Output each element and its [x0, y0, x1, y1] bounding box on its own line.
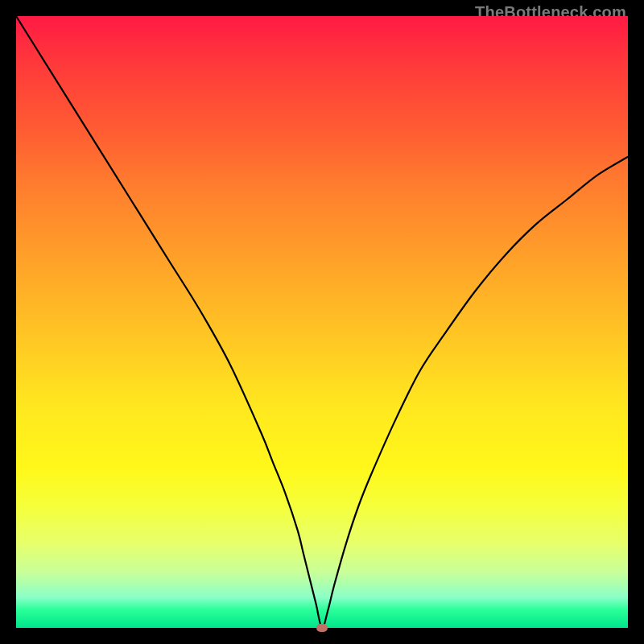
plot-area	[16, 16, 628, 628]
bottleneck-curve	[16, 16, 628, 628]
chart-frame: TheBottleneck.com	[0, 0, 644, 644]
minimum-marker	[316, 624, 328, 632]
